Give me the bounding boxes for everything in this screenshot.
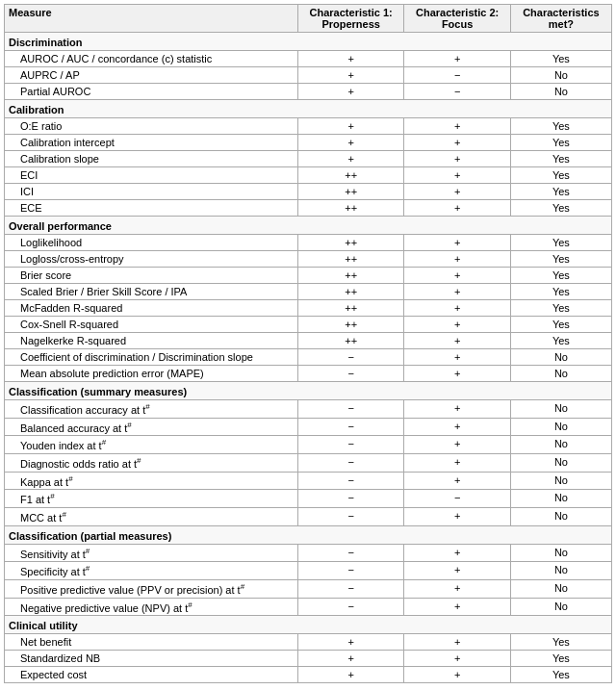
char1-cell: ++ (297, 184, 403, 200)
met-cell: No (510, 490, 611, 508)
measure-cell: Partial AUROC (5, 84, 298, 100)
char1-cell: + (297, 118, 403, 135)
char2-cell: + (404, 284, 510, 300)
table-row: Cox-Snell R-squared+++Yes (5, 317, 612, 333)
table-row: O:E ratio++Yes (5, 118, 612, 135)
char2-cell: − (404, 84, 510, 100)
table-row: MCC at t#−+No (5, 507, 612, 525)
char2-cell: + (404, 418, 510, 436)
char1-cell: ++ (297, 284, 403, 300)
table-row: Negative predictive value (NPV) at t#−+N… (5, 598, 612, 616)
char1-cell: − (297, 400, 403, 419)
met-cell: Yes (510, 317, 611, 333)
char2-cell: + (404, 562, 510, 580)
table-row: Standardized NB++Yes (5, 651, 612, 667)
char1-cell: − (297, 598, 403, 616)
met-cell: No (510, 544, 611, 562)
met-cell: Yes (510, 118, 611, 135)
measure-cell: Balanced accuracy at t# (5, 418, 298, 436)
met-cell: Yes (510, 634, 611, 651)
col-header-char2: Characteristic 2: Focus (404, 5, 510, 33)
char2-cell: + (404, 349, 510, 366)
table-row: Net benefit++Yes (5, 634, 612, 651)
met-cell: No (510, 366, 611, 382)
table-row: Specificity at t#−+No (5, 562, 612, 580)
char2-cell: + (404, 268, 510, 284)
met-cell: No (510, 400, 611, 419)
characteristics-table: Measure Characteristic 1: Properness Cha… (4, 4, 612, 683)
measure-cell: ICI (5, 184, 298, 200)
table-row: F1 at t#−−No (5, 490, 612, 508)
table-row: AUROC / AUC / concordance (c) statistic+… (5, 51, 612, 67)
table-row: Kappa at t#−+No (5, 472, 612, 490)
char1-cell: ++ (297, 200, 403, 217)
met-cell: No (510, 598, 611, 616)
table-row: ICI+++Yes (5, 184, 612, 200)
table-row: McFadden R-squared+++Yes (5, 300, 612, 317)
met-cell: Yes (510, 268, 611, 284)
char2-cell: + (404, 436, 510, 454)
measure-cell: Mean absolute prediction error (MAPE) (5, 366, 298, 382)
char1-cell: − (297, 490, 403, 508)
measure-cell: Expected cost (5, 667, 298, 683)
char2-cell: + (404, 598, 510, 616)
char1-cell: + (297, 67, 403, 84)
table-row: Youden index at t#−+No (5, 436, 612, 454)
char2-cell: + (404, 333, 510, 349)
measure-cell: O:E ratio (5, 118, 298, 135)
table-row: Brier score+++Yes (5, 268, 612, 284)
measure-cell: MCC at t# (5, 507, 298, 525)
measure-cell: Standardized NB (5, 651, 298, 667)
measure-cell: F1 at t# (5, 490, 298, 508)
table-row: Balanced accuracy at t#−+No (5, 418, 612, 436)
met-cell: Yes (510, 151, 611, 167)
measure-cell: Positive predictive value (PPV or precis… (5, 579, 298, 598)
met-cell: Yes (510, 167, 611, 184)
col-header-met: Characteristics met? (510, 5, 611, 33)
met-cell: Yes (510, 135, 611, 151)
char1-cell: − (297, 507, 403, 525)
char1-cell: ++ (297, 300, 403, 317)
char2-cell: + (404, 579, 510, 598)
char1-cell: ++ (297, 268, 403, 284)
met-cell: No (510, 507, 611, 525)
measure-cell: Calibration intercept (5, 135, 298, 151)
main-container: Measure Characteristic 1: Properness Cha… (0, 0, 616, 690)
char2-cell: + (404, 667, 510, 683)
measure-cell: ECE (5, 200, 298, 217)
met-cell: Yes (510, 651, 611, 667)
measure-cell: Logloss/cross-entropy (5, 251, 298, 268)
char2-cell: + (404, 167, 510, 184)
table-row: Calibration intercept++Yes (5, 135, 612, 151)
char2-cell: + (404, 300, 510, 317)
char2-cell: + (404, 151, 510, 167)
met-cell: No (510, 349, 611, 366)
measure-cell: Coefficient of discrimination / Discrimi… (5, 349, 298, 366)
met-cell: Yes (510, 300, 611, 317)
char2-cell: − (404, 67, 510, 84)
met-cell: No (510, 579, 611, 598)
met-cell: Yes (510, 51, 611, 67)
table-row: Classification accuracy at t#−+No (5, 400, 612, 419)
char2-cell: + (404, 135, 510, 151)
char1-cell: + (297, 151, 403, 167)
met-cell: No (510, 67, 611, 84)
table-row: Diagnostic odds ratio at t#−+No (5, 453, 612, 472)
char1-cell: + (297, 667, 403, 683)
table-row: Nagelkerke R-squared+++Yes (5, 333, 612, 349)
char1-cell: − (297, 349, 403, 366)
met-cell: No (510, 436, 611, 454)
measure-cell: Calibration slope (5, 151, 298, 167)
char2-cell: + (404, 317, 510, 333)
char1-cell: − (297, 418, 403, 436)
char1-cell: − (297, 562, 403, 580)
section-header: Classification (partial measures) (5, 525, 612, 544)
char2-cell: + (404, 184, 510, 200)
char2-cell: + (404, 400, 510, 419)
char2-cell: + (404, 544, 510, 562)
col-header-measure: Measure (5, 5, 298, 33)
measure-cell: Classification accuracy at t# (5, 400, 298, 419)
met-cell: No (510, 453, 611, 472)
char1-cell: + (297, 634, 403, 651)
met-cell: Yes (510, 184, 611, 200)
